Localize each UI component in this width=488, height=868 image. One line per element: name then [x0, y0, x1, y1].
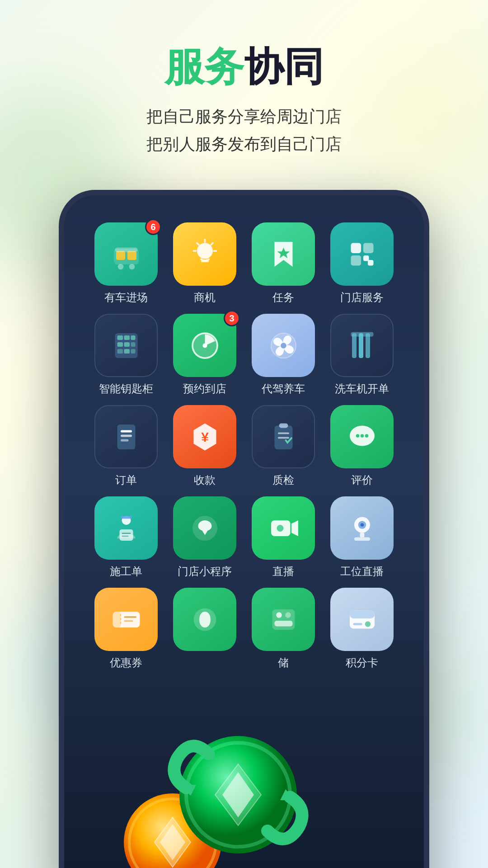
app-order[interactable]: 订单 [91, 405, 161, 487]
title-dark-part: 协同 [244, 44, 324, 89]
app-quality[interactable]: 质检 [249, 405, 318, 487]
svg-text:¥: ¥ [201, 429, 209, 444]
svg-point-5 [129, 264, 135, 269]
app-payment[interactable]: ¥ 收款 [170, 405, 239, 487]
mini-program-label: 门店小程序 [178, 564, 232, 579]
live-icon-label: 直播 [272, 564, 294, 579]
svg-rect-67 [124, 616, 136, 618]
phone-frame: 6 有车进场 [59, 190, 429, 868]
app-grid: 6 有车进场 [82, 213, 406, 679]
app-workstation-live[interactable]: 工位直播 [327, 496, 397, 579]
svg-rect-44 [278, 432, 289, 434]
work-order-label: 施工单 [110, 564, 142, 579]
task-icon [252, 222, 315, 286]
svg-rect-18 [368, 260, 374, 266]
svg-rect-15 [363, 243, 374, 253]
svg-point-32 [281, 343, 286, 349]
svg-point-48 [360, 434, 364, 438]
order-icon [94, 405, 158, 468]
svg-rect-33 [352, 333, 357, 358]
store-service-icon [330, 222, 394, 286]
svg-rect-20 [117, 335, 123, 340]
appointment-icon: 3 [173, 314, 236, 377]
svg-marker-57 [291, 520, 298, 536]
payment-label: 收款 [194, 473, 216, 487]
svg-rect-16 [351, 255, 361, 266]
svg-rect-45 [278, 437, 289, 439]
points-card-icon [330, 588, 394, 651]
svg-point-72 [285, 612, 291, 618]
svg-rect-22 [131, 335, 135, 340]
app-opportunity[interactable]: 商机 [170, 222, 239, 305]
svg-rect-23 [117, 342, 123, 347]
title-green-part: 服务 [164, 44, 244, 89]
svg-rect-27 [124, 349, 130, 354]
app-live[interactable]: 直播 [249, 496, 318, 579]
appointment-label: 预约到店 [183, 382, 226, 396]
svg-rect-7 [201, 260, 209, 262]
svg-rect-65 [113, 612, 121, 627]
store-service-label: 门店服务 [340, 290, 384, 305]
svg-point-58 [277, 525, 283, 532]
app-store-service[interactable]: 门店服务 [327, 222, 397, 305]
svg-point-71 [276, 612, 282, 618]
svg-rect-36 [351, 332, 373, 336]
svg-point-47 [356, 434, 359, 438]
svg-rect-38 [121, 430, 132, 432]
car-entry-label: 有车进场 [104, 290, 148, 305]
svg-rect-76 [353, 623, 362, 625]
review-icon [330, 405, 394, 468]
review-label: 评价 [351, 473, 373, 487]
app-coupon[interactable]: 优惠券 [91, 588, 161, 670]
svg-rect-63 [354, 537, 370, 541]
svg-rect-75 [350, 610, 375, 618]
phone-btn-vol-down [59, 340, 60, 376]
app-storage[interactable]: 储 [249, 588, 318, 670]
app-mini-program[interactable]: 门店小程序 [170, 496, 239, 579]
svg-rect-21 [124, 335, 130, 340]
svg-rect-34 [359, 333, 363, 358]
green-store-icon [173, 588, 236, 651]
smart-cabinet-icon [94, 314, 158, 377]
svg-rect-51 [119, 529, 133, 541]
phone-btn-power [428, 322, 429, 376]
valet-label: 代驾养车 [262, 382, 305, 396]
points-card-label: 积分卡 [346, 656, 378, 670]
app-valet[interactable]: 代驾养车 [249, 314, 318, 396]
svg-rect-25 [131, 342, 135, 347]
quality-label: 质检 [272, 473, 294, 487]
app-points-card[interactable]: 积分卡 [327, 588, 397, 670]
svg-point-4 [117, 264, 123, 269]
svg-rect-17 [363, 255, 369, 261]
app-task[interactable]: 任务 [249, 222, 318, 305]
wash-machine-icon [330, 314, 394, 377]
svg-rect-62 [360, 533, 364, 537]
valet-icon [252, 314, 315, 377]
app-smart-cabinet[interactable]: 智能钥匙柜 [91, 314, 161, 396]
coupon-icon [94, 588, 158, 651]
smart-cabinet-label: 智能钥匙柜 [99, 382, 153, 396]
svg-rect-54 [121, 516, 132, 519]
live-icon [252, 496, 315, 560]
svg-rect-3 [115, 247, 137, 252]
svg-rect-24 [124, 342, 130, 347]
task-label: 任务 [272, 290, 294, 305]
svg-rect-35 [366, 333, 370, 358]
app-car-entry[interactable]: 6 有车进场 [91, 222, 161, 305]
appointment-badge: 3 [224, 310, 240, 326]
payment-icon: ¥ [173, 405, 236, 468]
workstation-live-label: 工位直播 [340, 564, 384, 579]
app-appointment[interactable]: 3 预约到店 [170, 314, 239, 396]
app-green-store[interactable] [170, 588, 239, 670]
svg-rect-26 [117, 349, 123, 354]
app-work-order[interactable]: 施工单 [91, 496, 161, 579]
opportunity-label: 商机 [194, 290, 216, 305]
app-wash-machine[interactable]: 洗车机开单 [327, 314, 397, 396]
svg-rect-53 [122, 535, 128, 537]
wash-machine-label: 洗车机开单 [335, 382, 389, 396]
svg-line-11 [211, 243, 213, 245]
app-review[interactable]: 评价 [327, 405, 397, 487]
svg-rect-1 [116, 251, 125, 260]
workstation-live-icon [330, 496, 394, 560]
phone-btn-vol-up [59, 286, 60, 322]
